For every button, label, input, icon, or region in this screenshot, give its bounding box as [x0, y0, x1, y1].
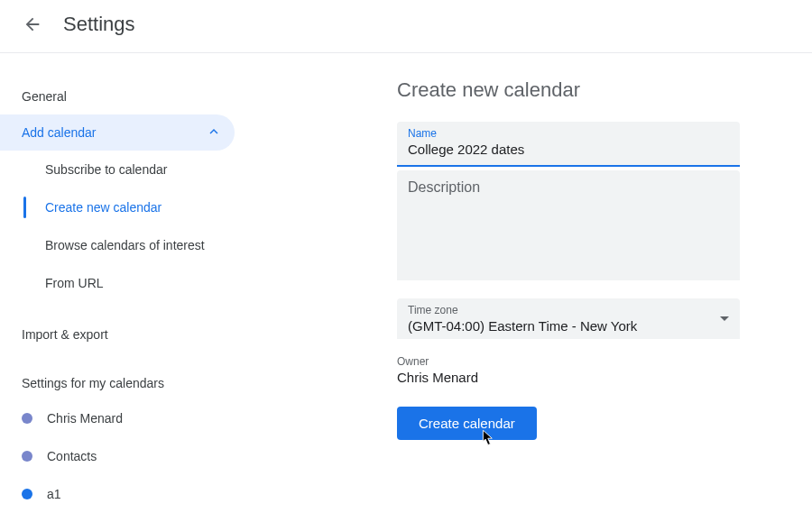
sidebar-label-create-new: Create new calendar: [45, 200, 161, 215]
sidebar-item-create-new[interactable]: Create new calendar: [23, 188, 235, 226]
sidebar-label-browse: Browse calendars of interest: [45, 238, 205, 252]
timezone-select[interactable]: Time zone (GMT-04:00) Eastern Time - New…: [397, 298, 740, 339]
sidebar-item-general[interactable]: General: [0, 78, 235, 114]
chevron-up-icon: [206, 124, 222, 142]
calendar-name-input[interactable]: [408, 142, 729, 157]
calendar-name-field[interactable]: Name: [397, 122, 740, 167]
owner-block: Owner Chris Menard: [397, 355, 758, 385]
sidebar-label-general: General: [22, 89, 67, 104]
sidebar-item-subscribe[interactable]: Subscribe to calendar: [23, 151, 235, 188]
sidebar-item-import-export[interactable]: Import & export: [0, 316, 235, 353]
calendar-color-dot: [22, 451, 32, 462]
calendar-description-placeholder: Description: [408, 179, 729, 196]
settings-sidebar: General Add calendar Subscribe to calend…: [0, 78, 235, 513]
calendar-name: a1: [47, 487, 61, 501]
add-calendar-sublist: Subscribe to calendar Create new calenda…: [0, 151, 235, 302]
main-panel: Create new calendar Name Description Tim…: [235, 78, 812, 513]
create-calendar-button[interactable]: Create calendar: [397, 407, 537, 440]
calendar-name-label: Name: [408, 127, 729, 140]
owner-label: Owner: [397, 355, 758, 368]
sidebar-item-browse[interactable]: Browse calendars of interest: [23, 226, 235, 264]
dropdown-arrow-icon: [720, 311, 729, 327]
calendar-description-field[interactable]: Description: [397, 170, 740, 280]
calendar-color-dot: [22, 413, 32, 424]
timezone-value: (GMT-04:00) Eastern Time - New York: [408, 318, 720, 334]
sidebar-label-add-calendar: Add calendar: [22, 125, 97, 140]
content-wrapper: General Add calendar Subscribe to calend…: [0, 53, 812, 513]
sidebar-item-from-url[interactable]: From URL: [23, 264, 235, 302]
calendar-name: Chris Menard: [47, 411, 123, 426]
timezone-label: Time zone: [408, 304, 720, 316]
sidebar-label-from-url: From URL: [45, 276, 104, 290]
settings-header: Settings: [0, 0, 812, 53]
sidebar-item-add-calendar[interactable]: Add calendar: [0, 114, 235, 151]
calendar-item[interactable]: Contacts: [0, 437, 235, 475]
sidebar-label-import-export: Import & export: [22, 327, 108, 342]
sidebar-section-my-calendars: Settings for my calendars: [0, 353, 235, 399]
owner-value: Chris Menard: [397, 370, 758, 385]
calendar-name: Contacts: [47, 449, 97, 463]
sidebar-label-subscribe: Subscribe to calendar: [45, 162, 167, 177]
calendar-item[interactable]: a1: [0, 475, 235, 513]
page-title: Settings: [63, 13, 135, 36]
back-arrow-icon[interactable]: [22, 14, 43, 35]
calendar-item[interactable]: Chris Menard: [0, 399, 235, 437]
main-title: Create new calendar: [397, 78, 758, 102]
calendar-color-dot: [22, 489, 32, 499]
